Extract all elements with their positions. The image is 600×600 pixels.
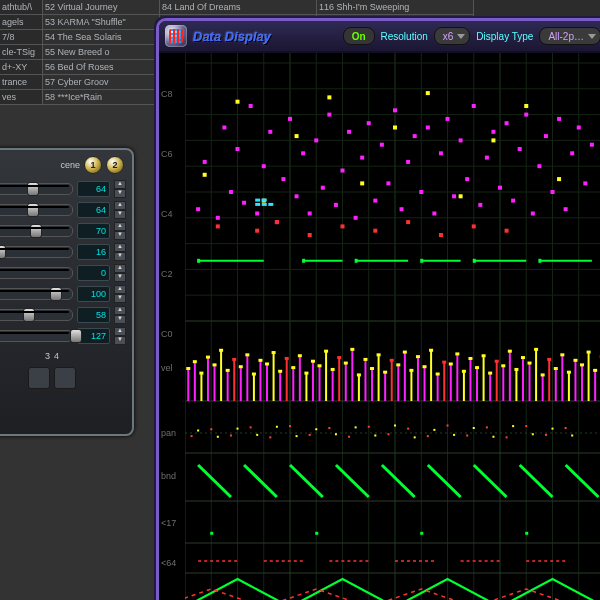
svg-rect-188: [363, 358, 367, 361]
mixer-spinner[interactable]: ▲▼: [114, 243, 124, 261]
svg-line-308: [474, 465, 507, 497]
track-cell[interactable]: 7/8: [0, 30, 42, 45]
svg-rect-269: [328, 427, 330, 429]
resolution-select[interactable]: x6: [434, 27, 471, 45]
scene-button-2[interactable]: 2: [106, 156, 124, 174]
svg-rect-270: [348, 436, 350, 438]
svg-rect-83: [446, 117, 450, 121]
svg-rect-297: [492, 436, 494, 438]
svg-rect-61: [301, 151, 305, 155]
mixer-value[interactable]: 64: [77, 181, 110, 197]
mixer-spinner[interactable]: ▲▼: [114, 327, 124, 345]
mixer-value[interactable]: 100: [77, 286, 110, 302]
track-cell[interactable]: athtub/\: [0, 0, 42, 15]
track-cell[interactable]: 57 Cyber Groov: [43, 75, 159, 90]
svg-rect-101: [564, 207, 568, 211]
svg-rect-109: [295, 134, 299, 138]
svg-rect-160: [272, 351, 276, 354]
mixer-slider[interactable]: [0, 309, 73, 321]
y-label: C6: [161, 149, 173, 159]
mixer-row: 70▲▼: [0, 222, 124, 240]
svg-rect-100: [557, 117, 561, 121]
svg-rect-170: [304, 372, 308, 375]
svg-rect-138: [199, 372, 203, 375]
mixer-value[interactable]: 64: [77, 202, 110, 218]
svg-rect-54: [255, 212, 259, 216]
svg-rect-114: [459, 194, 463, 198]
mixer-spinner[interactable]: ▲▼: [114, 180, 124, 198]
svg-rect-69: [354, 216, 358, 220]
pad-button[interactable]: [28, 367, 50, 389]
mixer-spinner[interactable]: ▲▼: [114, 201, 124, 219]
svg-rect-121: [308, 233, 312, 237]
mixer-value[interactable]: 16: [77, 244, 110, 260]
mixer-slider[interactable]: [0, 246, 73, 258]
track-cell[interactable]: trance: [0, 75, 42, 90]
data-display-header[interactable]: Data Display On Resolution x6 Display Ty…: [159, 21, 600, 53]
track-cell[interactable]: 56 Bed Of Roses: [43, 60, 159, 75]
svg-line-309: [520, 465, 553, 497]
svg-rect-162: [278, 370, 282, 373]
svg-rect-146: [226, 369, 230, 372]
mixer-slider[interactable]: [0, 330, 73, 342]
mixer-slider[interactable]: [0, 204, 73, 216]
svg-rect-285: [256, 434, 258, 436]
svg-rect-230: [501, 364, 505, 367]
mixer-value[interactable]: 70: [77, 223, 110, 239]
mixer-value[interactable]: 0: [77, 265, 110, 281]
mixer-slider[interactable]: [0, 183, 73, 195]
svg-rect-287: [296, 435, 298, 437]
svg-rect-293: [414, 436, 416, 438]
display-type-select[interactable]: All-2p…: [539, 27, 600, 45]
svg-rect-158: [265, 362, 269, 365]
svg-rect-95: [524, 113, 528, 117]
svg-rect-154: [252, 373, 256, 376]
svg-rect-43: [473, 259, 476, 263]
svg-rect-123: [373, 229, 377, 233]
svg-rect-85: [459, 138, 463, 142]
svg-rect-240: [534, 348, 538, 351]
mixer-slider[interactable]: [0, 267, 73, 279]
mixer-spinner[interactable]: ▲▼: [114, 306, 124, 324]
svg-rect-94: [518, 147, 522, 151]
track-cell[interactable]: 53 KARMA "Shuffle": [43, 15, 159, 30]
svg-rect-81: [432, 212, 436, 216]
svg-rect-244: [547, 358, 551, 361]
track-cell[interactable]: ves: [0, 90, 42, 105]
mixer-slider[interactable]: [0, 225, 73, 237]
mixer-spinner[interactable]: ▲▼: [114, 264, 124, 282]
svg-rect-115: [491, 138, 495, 142]
svg-rect-110: [327, 95, 331, 99]
svg-rect-86: [465, 177, 469, 181]
display-type-label: Display Type: [476, 31, 533, 42]
scene-button-1[interactable]: 1: [84, 156, 102, 174]
svg-rect-106: [203, 173, 207, 177]
svg-rect-58: [281, 177, 285, 181]
track-cell[interactable]: 55 New Breed o: [43, 45, 159, 60]
svg-rect-131: [262, 199, 267, 202]
mixer-value[interactable]: 58: [77, 307, 110, 323]
track-cell[interactable]: 84 Land Of Dreams: [160, 0, 316, 15]
on-toggle[interactable]: On: [343, 27, 375, 45]
svg-rect-66: [334, 203, 338, 207]
track-cell[interactable]: 58 ***Ice*Rain: [43, 90, 159, 105]
svg-rect-248: [560, 353, 564, 356]
mixer-spinner[interactable]: ▲▼: [114, 285, 124, 303]
track-cell[interactable]: 52 Virtual Journey: [43, 0, 159, 15]
track-cell[interactable]: cle-TSig: [0, 45, 42, 60]
plot-area[interactable]: C8C6C4C2C0velpanbnd<17<6464>: [159, 53, 600, 600]
track-cell[interactable]: 54 The Sea Solaris: [43, 30, 159, 45]
svg-line-306: [382, 465, 415, 497]
track-cell[interactable]: agels: [0, 15, 42, 30]
svg-rect-194: [383, 371, 387, 374]
svg-rect-220: [468, 357, 472, 360]
svg-rect-280: [545, 434, 547, 436]
pad-button[interactable]: [54, 367, 76, 389]
track-cell[interactable]: d+-XY: [0, 60, 42, 75]
chevron-down-icon: [588, 34, 596, 39]
svg-rect-132: [268, 203, 273, 206]
mixer-slider[interactable]: [0, 288, 73, 300]
svg-rect-118: [216, 224, 220, 228]
track-cell[interactable]: 116 Shh-I'm Sweeping: [317, 0, 473, 15]
mixer-spinner[interactable]: ▲▼: [114, 222, 124, 240]
